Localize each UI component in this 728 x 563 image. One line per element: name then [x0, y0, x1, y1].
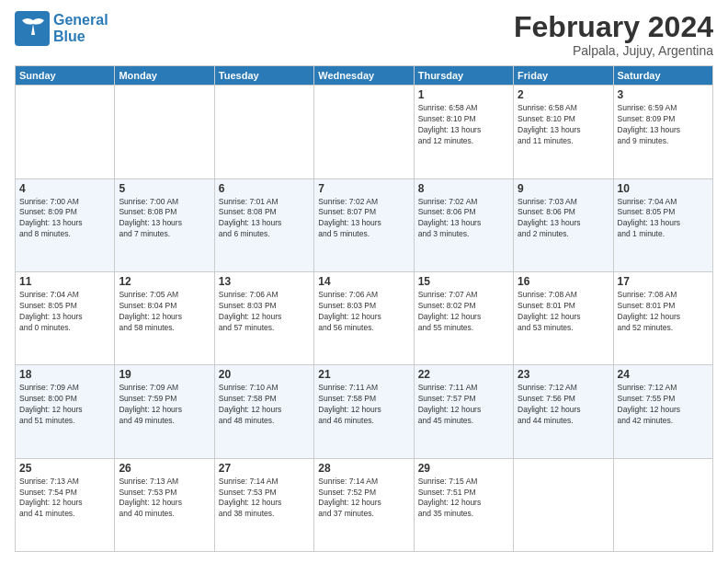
day-detail: Sunrise: 7:08 AMSunset: 8:01 PMDaylight:…: [618, 290, 709, 334]
calendar-cell: 29Sunrise: 7:15 AMSunset: 7:51 PMDayligh…: [414, 458, 513, 551]
calendar-cell: 13Sunrise: 7:06 AMSunset: 8:03 PMDayligh…: [214, 271, 313, 364]
header-row: SundayMondayTuesdayWednesdayThursdayFrid…: [16, 66, 713, 86]
calendar-cell: 11Sunrise: 7:04 AMSunset: 8:05 PMDayligh…: [16, 271, 115, 364]
day-detail: Sunrise: 7:04 AMSunset: 8:05 PMDaylight:…: [19, 290, 110, 334]
day-number: 11: [19, 275, 110, 288]
day-detail: Sunrise: 7:07 AMSunset: 8:02 PMDaylight:…: [418, 290, 509, 334]
day-number: 10: [618, 182, 709, 195]
header-cell-monday: Monday: [115, 66, 214, 86]
day-number: 5: [119, 182, 210, 195]
day-number: 22: [418, 368, 509, 381]
calendar-week-0: 1Sunrise: 6:58 AMSunset: 8:10 PMDaylight…: [16, 86, 713, 178]
day-number: 21: [318, 368, 409, 381]
day-number: 17: [618, 275, 709, 288]
day-detail: Sunrise: 7:00 AMSunset: 8:09 PMDaylight:…: [19, 197, 110, 241]
calendar-week-4: 25Sunrise: 7:13 AMSunset: 7:54 PMDayligh…: [16, 458, 713, 551]
calendar-cell: 25Sunrise: 7:13 AMSunset: 7:54 PMDayligh…: [16, 458, 115, 551]
day-number: 15: [418, 275, 509, 288]
calendar-cell: 6Sunrise: 7:01 AMSunset: 8:08 PMDaylight…: [214, 178, 313, 271]
header-cell-tuesday: Tuesday: [214, 66, 313, 86]
header-cell-friday: Friday: [514, 66, 613, 86]
day-detail: Sunrise: 7:12 AMSunset: 7:55 PMDaylight:…: [618, 383, 709, 427]
calendar-cell: [514, 458, 613, 551]
calendar-table: SundayMondayTuesdayWednesdayThursdayFrid…: [15, 65, 713, 552]
day-detail: Sunrise: 7:09 AMSunset: 7:59 PMDaylight:…: [119, 383, 210, 427]
calendar-cell: 4Sunrise: 7:00 AMSunset: 8:09 PMDaylight…: [16, 178, 115, 271]
calendar-header: SundayMondayTuesdayWednesdayThursdayFrid…: [16, 66, 713, 86]
day-detail: Sunrise: 7:02 AMSunset: 8:06 PMDaylight:…: [418, 197, 509, 241]
calendar-cell: [613, 458, 712, 551]
day-number: 23: [518, 368, 609, 381]
calendar-week-1: 4Sunrise: 7:00 AMSunset: 8:09 PMDaylight…: [16, 178, 713, 271]
calendar-cell: 1Sunrise: 6:58 AMSunset: 8:10 PMDaylight…: [414, 86, 513, 178]
day-detail: Sunrise: 7:02 AMSunset: 8:07 PMDaylight:…: [318, 197, 409, 241]
day-number: 14: [318, 275, 409, 288]
calendar-body: 1Sunrise: 6:58 AMSunset: 8:10 PMDaylight…: [16, 86, 713, 552]
day-detail: Sunrise: 7:10 AMSunset: 7:58 PMDaylight:…: [219, 383, 310, 427]
day-detail: Sunrise: 7:06 AMSunset: 8:03 PMDaylight:…: [318, 290, 409, 334]
day-number: 3: [618, 88, 709, 101]
day-detail: Sunrise: 7:03 AMSunset: 8:06 PMDaylight:…: [518, 197, 609, 241]
calendar-cell: [314, 86, 414, 178]
day-number: 24: [618, 368, 709, 381]
day-detail: Sunrise: 7:01 AMSunset: 8:08 PMDaylight:…: [219, 197, 310, 241]
day-number: 20: [219, 368, 310, 381]
day-number: 29: [418, 462, 509, 475]
calendar-cell: [115, 86, 214, 178]
logo-general: General: [53, 12, 108, 29]
calendar-cell: 16Sunrise: 7:08 AMSunset: 8:01 PMDayligh…: [514, 271, 613, 364]
day-number: 26: [119, 462, 210, 475]
day-number: 9: [518, 182, 609, 195]
calendar-cell: 9Sunrise: 7:03 AMSunset: 8:06 PMDaylight…: [514, 178, 613, 271]
day-detail: Sunrise: 7:09 AMSunset: 8:00 PMDaylight:…: [19, 383, 110, 427]
day-detail: Sunrise: 7:06 AMSunset: 8:03 PMDaylight:…: [219, 290, 310, 334]
calendar-cell: 15Sunrise: 7:07 AMSunset: 8:02 PMDayligh…: [414, 271, 513, 364]
calendar-cell: 3Sunrise: 6:59 AMSunset: 8:09 PMDaylight…: [613, 86, 712, 178]
day-detail: Sunrise: 7:00 AMSunset: 8:08 PMDaylight:…: [119, 197, 210, 241]
calendar-cell: 10Sunrise: 7:04 AMSunset: 8:05 PMDayligh…: [613, 178, 712, 271]
calendar-cell: 24Sunrise: 7:12 AMSunset: 7:55 PMDayligh…: [613, 365, 712, 458]
calendar-cell: 14Sunrise: 7:06 AMSunset: 8:03 PMDayligh…: [314, 271, 414, 364]
calendar-cell: 18Sunrise: 7:09 AMSunset: 8:00 PMDayligh…: [16, 365, 115, 458]
header-cell-thursday: Thursday: [414, 66, 513, 86]
page: General Blue February 2024 Palpala, Juju…: [0, 0, 728, 563]
calendar-week-3: 18Sunrise: 7:09 AMSunset: 8:00 PMDayligh…: [16, 365, 713, 458]
svg-rect-0: [15, 11, 50, 46]
day-detail: Sunrise: 7:12 AMSunset: 7:56 PMDaylight:…: [518, 383, 609, 427]
day-number: 6: [219, 182, 310, 195]
calendar-cell: 8Sunrise: 7:02 AMSunset: 8:06 PMDaylight…: [414, 178, 513, 271]
header-cell-wednesday: Wednesday: [314, 66, 414, 86]
day-detail: Sunrise: 7:05 AMSunset: 8:04 PMDaylight:…: [119, 290, 210, 334]
month-title: February 2024: [514, 11, 713, 43]
calendar-cell: 2Sunrise: 6:58 AMSunset: 8:10 PMDaylight…: [514, 86, 613, 178]
calendar-cell: 5Sunrise: 7:00 AMSunset: 8:08 PMDaylight…: [115, 178, 214, 271]
day-number: 16: [518, 275, 609, 288]
day-detail: Sunrise: 7:14 AMSunset: 7:53 PMDaylight:…: [219, 477, 310, 521]
calendar-cell: 27Sunrise: 7:14 AMSunset: 7:53 PMDayligh…: [214, 458, 313, 551]
day-detail: Sunrise: 7:13 AMSunset: 7:54 PMDaylight:…: [19, 477, 110, 521]
day-number: 25: [19, 462, 110, 475]
header-cell-sunday: Sunday: [16, 66, 115, 86]
calendar-cell: 26Sunrise: 7:13 AMSunset: 7:53 PMDayligh…: [115, 458, 214, 551]
calendar-cell: 19Sunrise: 7:09 AMSunset: 7:59 PMDayligh…: [115, 365, 214, 458]
day-detail: Sunrise: 7:04 AMSunset: 8:05 PMDaylight:…: [618, 197, 709, 241]
day-number: 27: [219, 462, 310, 475]
header: General Blue February 2024 Palpala, Juju…: [15, 11, 713, 58]
calendar-week-2: 11Sunrise: 7:04 AMSunset: 8:05 PMDayligh…: [16, 271, 713, 364]
calendar-cell: 22Sunrise: 7:11 AMSunset: 7:57 PMDayligh…: [414, 365, 513, 458]
day-detail: Sunrise: 6:58 AMSunset: 8:10 PMDaylight:…: [518, 103, 609, 147]
day-number: 1: [418, 88, 509, 101]
logo-icon: [15, 11, 50, 46]
calendar-cell: 28Sunrise: 7:14 AMSunset: 7:52 PMDayligh…: [314, 458, 414, 551]
calendar-cell: 12Sunrise: 7:05 AMSunset: 8:04 PMDayligh…: [115, 271, 214, 364]
day-detail: Sunrise: 7:11 AMSunset: 7:57 PMDaylight:…: [418, 383, 509, 427]
day-detail: Sunrise: 7:13 AMSunset: 7:53 PMDaylight:…: [119, 477, 210, 521]
day-detail: Sunrise: 7:14 AMSunset: 7:52 PMDaylight:…: [318, 477, 409, 521]
calendar-cell: 23Sunrise: 7:12 AMSunset: 7:56 PMDayligh…: [514, 365, 613, 458]
day-detail: Sunrise: 6:58 AMSunset: 8:10 PMDaylight:…: [418, 103, 509, 147]
day-number: 18: [19, 368, 110, 381]
calendar-cell: 21Sunrise: 7:11 AMSunset: 7:58 PMDayligh…: [314, 365, 414, 458]
calendar-cell: [16, 86, 115, 178]
day-number: 2: [518, 88, 609, 101]
day-number: 28: [318, 462, 409, 475]
